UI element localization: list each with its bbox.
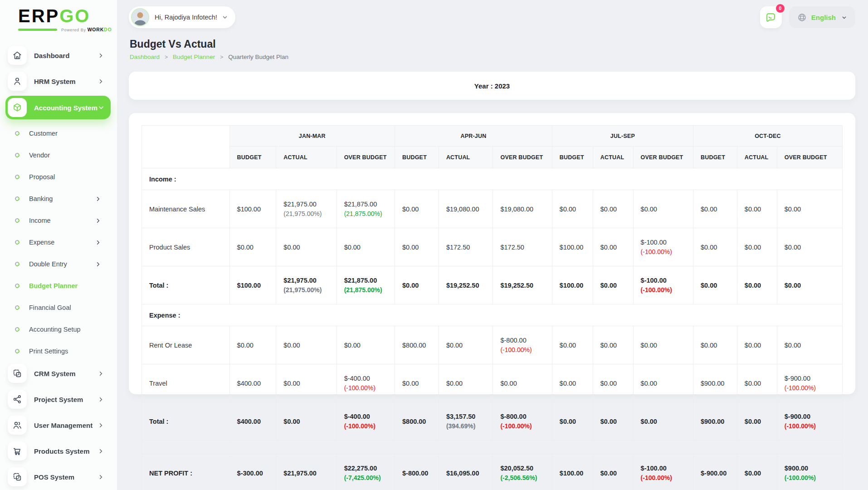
budget-cell: $0.00 (229, 228, 276, 266)
quarter-header-apr-jun: APR-JUN (395, 126, 552, 147)
budget-cell: $100.00 (552, 454, 593, 490)
budget-cell: $0.00 (552, 190, 593, 228)
sidebar-subitem-label: Proposal (29, 173, 55, 181)
logo-underline (18, 29, 57, 31)
main-content: Hi, Rajodiya Infotech! 0 English (117, 0, 868, 394)
sidebar-subitem-label: Expense (29, 239, 54, 246)
sidebar-item-user-management[interactable]: User Management (5, 414, 111, 436)
budget-cell: $0.00 (633, 190, 693, 228)
language-selector[interactable]: English (789, 6, 855, 28)
breadcrumb: Dashboard > Budget Planner > Quarterly B… (130, 54, 855, 60)
sidebar-subitem-banking[interactable]: Banking (5, 188, 111, 210)
chevron-right-icon (98, 422, 104, 429)
chevron-right-icon (98, 448, 104, 455)
sidebar-item-project-system[interactable]: Project System (5, 388, 111, 411)
sidebar-item-hrm-system[interactable]: HRM System (5, 70, 111, 93)
budget-cell: $0.00 (777, 190, 842, 228)
row-label-product-sales: Product Sales (142, 228, 230, 266)
share-icon (8, 390, 27, 409)
powered-by: Powered By WORKDO (18, 27, 117, 32)
budget-cell: $19,252.50 (493, 266, 552, 304)
sidebar-item-products-system[interactable]: Products System (5, 440, 111, 462)
budget-cell: $21,875.00(21,875.00%) (336, 266, 395, 304)
sidebar-item-accounting-system[interactable]: Accounting System (5, 96, 111, 119)
sidebar-subitem-expense[interactable]: Expense (5, 231, 111, 253)
bullet-icon (15, 305, 20, 310)
budget-cell: $-100.00(-100.00%) (633, 266, 693, 304)
budget-cell: $100.00 (552, 228, 593, 266)
budget-cell: $0.00 (737, 402, 777, 441)
chevron-right-icon (98, 474, 104, 480)
sidebar-subitem-print-settings[interactable]: Print Settings (5, 340, 111, 362)
globe-icon (797, 13, 807, 22)
bullet-icon (15, 283, 20, 289)
user-menu-button[interactable]: Hi, Rajodiya Infotech! (129, 6, 235, 28)
budget-table-card: JAN-MARAPR-JUNJUL-SEPOCT-DECBUDGETACTUAL… (129, 113, 855, 394)
sidebar-subitem-income[interactable]: Income (5, 210, 111, 231)
sidebar-subitem-label: Financial Goal (29, 304, 71, 311)
budget-cell: $0.00 (777, 266, 842, 304)
budget-cell: $0.00 (552, 364, 593, 402)
budget-cell: $0.00 (737, 190, 777, 228)
sidebar-subitem-label: Budget Planner (29, 282, 78, 289)
budget-cell: $0.00 (633, 326, 693, 364)
sidebar-subitem-vendor[interactable]: Vendor (5, 144, 111, 166)
sub-header-jul-sep-actual: ACTUAL (593, 147, 633, 168)
sidebar-subitem-double-entry[interactable]: Double Entry (5, 253, 111, 275)
budget-cell: $-100.00(-100.00%) (633, 228, 693, 266)
spacer-cell (142, 441, 230, 454)
sub-header-apr-jun-budget: BUDGET (395, 147, 439, 168)
budget-cell: $900.00(-100.00%) (777, 454, 842, 490)
budget-cell: $0.00 (229, 326, 276, 364)
quarter-header-oct-dec: OCT-DEC (693, 126, 842, 147)
budget-cell: $0.00 (737, 266, 777, 304)
sidebar-subitem-customer[interactable]: Customer (5, 122, 111, 144)
sidebar-item-label: Accounting System (34, 104, 98, 112)
sidebar-subitem-label: Vendor (29, 152, 50, 159)
budget-cell: $0.00 (693, 326, 737, 364)
sidebar-subitem-proposal[interactable]: Proposal (5, 166, 111, 188)
bullet-icon (15, 152, 20, 158)
sidebar-item-label: CRM System (34, 370, 76, 377)
budget-cell: $0.00 (737, 454, 777, 490)
breadcrumb-dashboard[interactable]: Dashboard (130, 54, 160, 60)
budget-cell: $0.00 (693, 190, 737, 228)
budget-cell: $172.50 (493, 228, 552, 266)
budget-cell: $0.00 (276, 326, 336, 364)
sidebar-item-crm-system[interactable]: CRM System (5, 362, 111, 385)
row-label-rent-or-lease: Rent Or Lease (142, 326, 230, 364)
cart-icon (8, 441, 27, 461)
budget-cell: $0.00 (439, 364, 493, 402)
erpgo-logo[interactable]: ERPGO Powered By WORKDO (0, 6, 117, 32)
sidebar-subitem-budget-planner[interactable]: Budget Planner (5, 275, 111, 297)
budget-cell: $-900.00(-100.00%) (777, 402, 842, 441)
budget-cell: $21,975.00 (276, 454, 336, 490)
budget-cell: $-300.00 (229, 454, 276, 490)
budget-cell: $0.00 (552, 402, 593, 441)
sidebar-item-label: POS System (34, 473, 74, 481)
budget-cell: $100.00 (229, 190, 276, 228)
bullet-icon (15, 196, 20, 201)
budget-cell: $900.00 (693, 402, 737, 441)
users-icon (8, 416, 27, 435)
budget-cell: $0.00 (737, 228, 777, 266)
budget-cell: $-800.00(-100.00%) (493, 402, 552, 441)
sidebar-item-label: User Management (34, 421, 93, 429)
sidebar-item-pos-system[interactable]: POS System (5, 466, 111, 488)
sidebar-item-dashboard[interactable]: Dashboard (5, 44, 111, 67)
budget-cell: $0.00 (593, 266, 633, 304)
messages-button[interactable]: 0 (760, 6, 782, 28)
chevron-right-icon (95, 239, 102, 246)
sidebar-subitem-financial-goal[interactable]: Financial Goal (5, 297, 111, 318)
sidebar-item-label: Dashboard (34, 52, 69, 59)
budget-cell: $0.00 (593, 402, 633, 441)
budget-cell: $20,052.50(-2,506.56%) (493, 454, 552, 490)
sidebar-subitem-accounting-setup[interactable]: Accounting Setup (5, 318, 111, 340)
budget-cell: $0.00 (336, 326, 395, 364)
budget-cell: $172.50 (439, 228, 493, 266)
year-card: Year : 2023 (129, 72, 855, 100)
breadcrumb-budget-planner[interactable]: Budget Planner (173, 54, 215, 60)
budget-cell: $0.00 (395, 190, 439, 228)
chevron-right-icon (95, 196, 102, 202)
chevron-right-icon (95, 217, 102, 224)
